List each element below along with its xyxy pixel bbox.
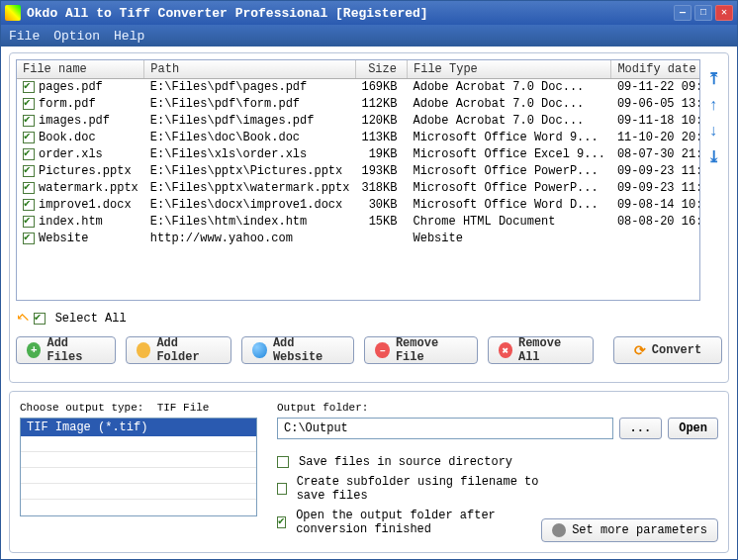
row-checkbox[interactable] xyxy=(23,132,35,143)
table-row[interactable]: improve1.docxE:\Files\docx\improve1.docx… xyxy=(17,197,700,214)
table-row[interactable]: pages.pdfE:\Files\pdf\pages.pdf169KBAdob… xyxy=(17,79,700,96)
row-checkbox[interactable] xyxy=(23,81,35,93)
row-checkbox[interactable] xyxy=(23,148,35,160)
col-path[interactable]: Path xyxy=(144,60,356,79)
table-row[interactable]: Book.docE:\Files\doc\Book.doc113KBMicros… xyxy=(17,130,700,146)
gear-icon xyxy=(552,523,566,537)
output-type-label: Choose output type: xyxy=(20,402,143,414)
close-button[interactable]: ✕ xyxy=(715,5,733,21)
convert-icon: ⟳ xyxy=(634,342,646,359)
create-subfolder-label: Create subfolder using filename to save … xyxy=(297,475,542,503)
row-checkbox[interactable] xyxy=(23,199,35,211)
add-folder-button[interactable]: Add Folder xyxy=(126,336,231,364)
col-size[interactable]: Size xyxy=(355,60,407,79)
maximize-button[interactable]: □ xyxy=(694,5,712,21)
table-row[interactable]: order.xlsE:\Files\xls\order.xls19KBMicro… xyxy=(17,146,700,163)
col-filename[interactable]: File name xyxy=(17,60,144,79)
folder-icon xyxy=(137,342,150,358)
globe-icon xyxy=(252,342,266,358)
minimize-button[interactable]: — xyxy=(674,5,692,21)
minus-icon: – xyxy=(375,342,389,358)
table-row[interactable]: watermark.pptxE:\Files\pptx\watermark.pp… xyxy=(17,180,700,197)
move-down-button[interactable]: ↓ xyxy=(704,122,722,140)
up-arrow-icon: ↰ xyxy=(12,309,33,329)
remove-all-button[interactable]: ✖Remove All xyxy=(488,336,594,364)
move-top-button[interactable]: ⤒ xyxy=(704,69,722,88)
window-title: Okdo All to Tiff Converter Professional … xyxy=(27,6,674,21)
browse-button[interactable]: ... xyxy=(619,418,663,439)
table-row[interactable]: images.pdfE:\Files\pdf\images.pdf120KBAd… xyxy=(17,113,700,130)
title-bar: Okdo All to Tiff Converter Professional … xyxy=(1,1,737,25)
row-checkbox[interactable] xyxy=(23,216,35,228)
open-button[interactable]: Open xyxy=(668,418,718,439)
remove-file-button[interactable]: –Remove File xyxy=(364,336,477,364)
table-row[interactable]: index.htmE:\Files\htm\index.htm15KBChrom… xyxy=(17,214,700,231)
select-all-label: Select All xyxy=(55,312,127,326)
create-subfolder-checkbox[interactable] xyxy=(277,483,287,495)
convert-button[interactable]: ⟳Convert xyxy=(613,336,722,364)
set-more-parameters-button[interactable]: Set more parameters xyxy=(541,518,718,542)
plus-icon: + xyxy=(27,342,41,358)
add-website-button[interactable]: Add Website xyxy=(241,336,354,364)
select-all-checkbox[interactable] xyxy=(34,313,46,325)
row-checkbox[interactable] xyxy=(23,165,35,177)
output-folder-label: Output folder: xyxy=(277,402,718,414)
output-type-list[interactable]: TIF Image (*.tif) xyxy=(20,418,257,516)
app-window: Okdo All to Tiff Converter Professional … xyxy=(0,0,738,560)
save-source-label: Save files in source directory xyxy=(299,455,512,469)
row-checkbox[interactable] xyxy=(23,98,35,110)
col-filetype[interactable]: File Type xyxy=(407,60,610,79)
menu-option[interactable]: Option xyxy=(53,29,100,44)
menu-bar: File Option Help xyxy=(1,25,737,47)
row-checkbox[interactable] xyxy=(23,233,35,244)
move-bottom-button[interactable]: ⤓ xyxy=(704,147,722,166)
output-type-value: TIF File xyxy=(157,402,210,414)
row-checkbox[interactable] xyxy=(23,115,35,127)
add-files-button[interactable]: +Add Files xyxy=(16,336,116,364)
open-after-label: Open the output folder after conversion … xyxy=(296,509,541,536)
menu-file[interactable]: File xyxy=(9,29,40,44)
file-table[interactable]: File name Path Size File Type Modify dat… xyxy=(16,59,700,301)
col-modify[interactable]: Modify date xyxy=(611,60,700,79)
output-folder-input[interactable] xyxy=(277,418,613,439)
save-source-checkbox[interactable] xyxy=(277,456,289,468)
move-up-button[interactable]: ↑ xyxy=(704,96,722,114)
open-after-checkbox[interactable] xyxy=(277,516,286,528)
table-row[interactable]: Pictures.pptxE:\Files\pptx\Pictures.pptx… xyxy=(17,163,700,180)
table-row[interactable]: form.pdfE:\Files\pdf\form.pdf112KBAdobe … xyxy=(17,96,700,113)
remove-all-icon: ✖ xyxy=(499,342,512,358)
menu-help[interactable]: Help xyxy=(114,29,144,44)
app-icon xyxy=(5,5,21,21)
list-item[interactable]: TIF Image (*.tif) xyxy=(21,419,256,436)
row-checkbox[interactable] xyxy=(23,182,35,194)
table-row[interactable]: Websitehttp://www.yahoo.comWebsite xyxy=(17,231,700,247)
